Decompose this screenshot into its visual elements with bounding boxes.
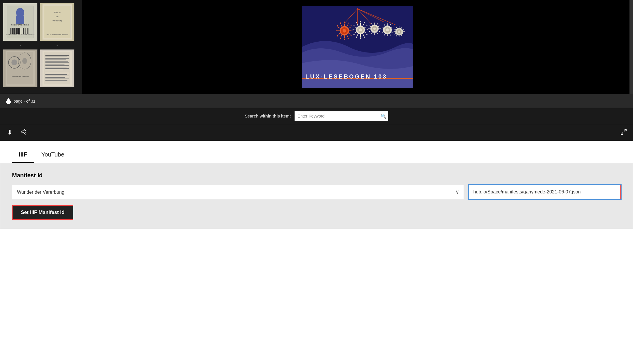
manifest-id-label: Manifest Id [12, 172, 621, 179]
svg-text:der: der [56, 16, 59, 18]
svg-point-33 [22, 58, 27, 64]
thumbnail-row-1: NSICHTBARE KRONE VERLAG HEIMBERG GBR · M… [3, 3, 79, 41]
svg-rect-53 [45, 80, 67, 81]
search-input-wrap: 🔍 [295, 111, 388, 121]
svg-line-168 [621, 132, 623, 135]
svg-rect-38 [45, 57, 67, 57]
thumbnail-row-2: Molekülen aus Fettsäuren [3, 49, 79, 87]
svg-text:VERLAG HEIMBERG GBR · MÜNCHEN: VERLAG HEIMBERG GBR · MÜNCHEN [47, 34, 68, 35]
svg-point-31 [11, 59, 17, 65]
fullscreen-button[interactable] [620, 128, 627, 137]
svg-point-61 [357, 8, 358, 10]
svg-point-164 [25, 133, 26, 135]
svg-rect-17 [25, 28, 26, 34]
svg-rect-42 [45, 62, 69, 63]
thumbnail-2[interactable]: Wunder der Vererbung VERLAG HEIMBERG GBR… [40, 3, 74, 41]
svg-rect-11 [18, 28, 19, 34]
thumb-1-label: - [3, 43, 38, 47]
svg-text:Vererbung: Vererbung [52, 20, 62, 22]
main-image-area: LUX-LESEBOGEN 103 [82, 0, 633, 94]
svg-rect-6 [12, 28, 13, 34]
iiif-panel: Manifest Id Wunder der Vererbung ∨ Set I… [0, 163, 633, 229]
svg-rect-49 [45, 74, 67, 75]
svg-rect-23 [44, 6, 70, 38]
thumbnail-panel: NSICHTBARE KRONE VERLAG HEIMBERG GBR · M… [0, 0, 82, 94]
svg-rect-46 [45, 68, 69, 69]
svg-rect-51 [45, 77, 65, 78]
svg-rect-13 [21, 28, 21, 34]
svg-rect-29 [7, 52, 33, 84]
tabs-section: IIIF YouTube [0, 147, 633, 163]
svg-point-163 [21, 131, 23, 132]
svg-rect-48 [45, 73, 69, 73]
svg-rect-5 [11, 28, 11, 34]
svg-rect-52 [45, 79, 69, 79]
download-button[interactable]: ⬇ [6, 127, 13, 137]
svg-rect-7 [13, 28, 14, 34]
svg-rect-45 [45, 67, 67, 67]
search-bar: Search within this item: 🔍 [0, 108, 633, 124]
thumb-2-label: - [40, 43, 74, 47]
tabs-header: IIIF YouTube [12, 147, 621, 163]
page-indicator: page - of 31 [6, 98, 35, 104]
svg-line-167 [624, 129, 626, 131]
action-bar: ⬇ [0, 124, 633, 141]
svg-point-160 [398, 30, 400, 33]
set-manifest-button[interactable]: Set IIIF Manifest Id [12, 205, 73, 220]
svg-rect-43 [45, 64, 64, 64]
svg-rect-41 [45, 61, 68, 62]
svg-text:Wunder: Wunder [54, 11, 61, 13]
svg-rect-9 [16, 28, 17, 34]
svg-point-130 [373, 28, 376, 30]
svg-point-162 [25, 129, 26, 131]
svg-text:LUX-LESEBOGEN 103: LUX-LESEBOGEN 103 [305, 73, 387, 80]
thumbnail-3[interactable]: Molekülen aus Fettsäuren [3, 49, 38, 87]
manifest-controls: Wunder der Vererbung ∨ [12, 185, 621, 199]
svg-rect-16 [25, 28, 25, 34]
svg-rect-37 [45, 55, 69, 56]
svg-rect-19 [28, 28, 28, 34]
svg-rect-15 [23, 28, 24, 34]
svg-rect-50 [45, 76, 69, 76]
thumbnail-row-labels: - - [3, 43, 79, 47]
svg-point-88 [343, 29, 346, 33]
dropdown-wrapper: Wunder der Vererbung ∨ [12, 185, 464, 199]
svg-rect-4 [10, 28, 11, 34]
svg-rect-3 [16, 16, 24, 24]
share-button[interactable] [19, 127, 28, 138]
tab-youtube[interactable]: YouTube [34, 147, 72, 163]
scrollbar[interactable] [629, 0, 633, 94]
svg-rect-40 [45, 59, 66, 60]
svg-rect-14 [22, 28, 22, 34]
svg-rect-12 [19, 28, 20, 34]
svg-rect-39 [45, 58, 69, 59]
svg-rect-18 [27, 28, 28, 34]
search-label: Search within this item: [245, 114, 291, 118]
search-button[interactable]: 🔍 [381, 113, 387, 119]
svg-text:Molekülen aus Fettsäuren: Molekülen aus Fettsäuren [12, 76, 29, 77]
svg-rect-47 [45, 70, 63, 70]
controls-bar: page - of 31 [0, 94, 633, 108]
svg-rect-44 [45, 65, 69, 66]
manifest-dropdown[interactable]: Wunder der Vererbung [12, 185, 464, 199]
svg-line-165 [23, 132, 25, 133]
drop-icon [6, 98, 11, 104]
tab-iiif[interactable]: IIIF [12, 147, 34, 163]
thumbnail-1[interactable]: NSICHTBARE KRONE VERLAG HEIMBERG GBR · M… [3, 3, 38, 41]
page-indicator-text: page - of 31 [13, 99, 35, 103]
svg-point-145 [386, 28, 389, 31]
svg-point-115 [359, 28, 362, 31]
svg-line-166 [23, 130, 25, 131]
svg-text:VERLAG HEIMBERG GBR · MÜNCHEN-: VERLAG HEIMBERG GBR · MÜNCHEN-WÜRZBURG [6, 34, 34, 35]
search-input[interactable] [295, 111, 388, 121]
thumbnail-4[interactable] [40, 49, 74, 87]
viewer-container: NSICHTBARE KRONE VERLAG HEIMBERG GBR · M… [0, 0, 633, 94]
manifest-url-input[interactable] [469, 185, 621, 199]
svg-text:NSICHTBARE KRONE: NSICHTBARE KRONE [11, 24, 29, 26]
lux-image: LUX-LESEBOGEN 103 [302, 6, 413, 88]
svg-rect-8 [14, 28, 15, 34]
action-icons-left: ⬇ [6, 127, 28, 138]
svg-rect-10 [17, 28, 18, 34]
